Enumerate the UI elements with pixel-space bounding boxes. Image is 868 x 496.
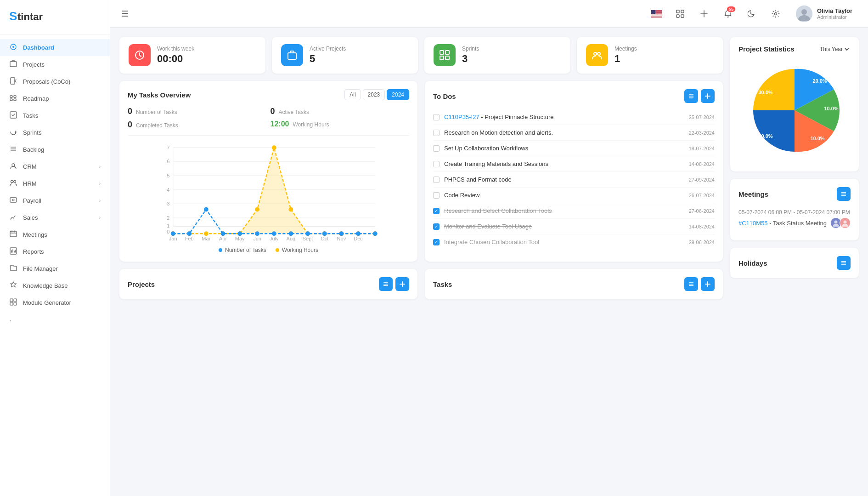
sidebar-item-module-generator[interactable]: Module Generator xyxy=(0,294,110,311)
todo-checkbox-5[interactable] xyxy=(433,177,440,183)
completed-tasks-label: Completed Tasks xyxy=(136,122,178,129)
svg-point-48 xyxy=(801,9,807,15)
todo-checkbox-3[interactable] xyxy=(433,145,440,152)
svg-point-99 xyxy=(373,231,378,236)
todo-text-5: PHPCS and Format code xyxy=(444,176,684,183)
pie-chart-container: 20.0% 10.0% 10.0% 30.0% 30.0% xyxy=(738,57,851,163)
sidebar-item-crm[interactable]: CRM › xyxy=(0,158,110,175)
svg-rect-17 xyxy=(10,198,17,202)
sidebar-item-sales[interactable]: Sales › xyxy=(0,209,110,226)
backlog-icon xyxy=(9,145,17,154)
reports-icon xyxy=(9,247,17,256)
projects-add-btn[interactable] xyxy=(395,277,409,291)
user-role-label: Administrator xyxy=(817,14,852,20)
apps-button[interactable] xyxy=(672,6,688,22)
sidebar-item-dashboard[interactable]: Dashboard xyxy=(0,39,110,56)
sidebar-item-file-manager[interactable]: File Manager xyxy=(0,260,110,277)
sidebar-item-sprints[interactable]: Sprints xyxy=(0,124,110,141)
legend-hours: Working Hours xyxy=(276,247,318,253)
sidebar-item-reports[interactable]: Reports xyxy=(0,243,110,260)
hamburger-button[interactable]: ☰ xyxy=(121,9,129,19)
tab-2023[interactable]: 2023 xyxy=(363,89,385,100)
sidebar-item-payroll[interactable]: Payroll › xyxy=(0,192,110,209)
sidebar-item-projects[interactable]: Projects xyxy=(0,56,110,73)
svg-rect-38 xyxy=(651,16,662,17)
todo-checkbox-8[interactable]: ✓ xyxy=(433,223,440,230)
todo-date-2: 22-03-2024 xyxy=(689,130,715,136)
language-selector[interactable] xyxy=(648,6,665,22)
project-statistics-header: Project Statistics This Year xyxy=(738,45,851,53)
svg-point-15 xyxy=(11,181,13,183)
projects-panel-header: Projects xyxy=(128,277,409,291)
more-indicator: · xyxy=(0,311,110,330)
svg-text:July: July xyxy=(270,236,279,241)
work-this-week-card: Work this week 00:00 xyxy=(119,37,265,74)
tasks-add-btn[interactable] xyxy=(701,277,715,291)
sprints-card: Sprints 3 xyxy=(424,37,570,74)
tasks-list-btn[interactable] xyxy=(684,277,698,291)
todo-code-link-1[interactable]: C110P35-I27 xyxy=(444,114,479,120)
user-menu[interactable]: Olivia Taylor Administrator xyxy=(791,3,857,25)
svg-point-94 xyxy=(289,231,293,236)
sidebar-item-hrm[interactable]: HRM › xyxy=(0,175,110,192)
sidebar-item-knowledge-base[interactable]: Knowledge Base xyxy=(0,277,110,294)
todo-checkbox-1[interactable] xyxy=(433,114,440,120)
sidebar-item-label-proposals: Proposals (CoCo) xyxy=(23,78,101,85)
tab-all[interactable]: All xyxy=(344,89,361,100)
year-select[interactable]: This Year xyxy=(818,46,851,53)
svg-text:tintar: tintar xyxy=(17,11,43,23)
module-generator-icon xyxy=(9,298,17,307)
todo-checkbox-6[interactable] xyxy=(433,192,440,199)
todos-list-button[interactable] xyxy=(684,89,698,103)
sidebar-item-roadmap[interactable]: Roadmap xyxy=(0,90,110,107)
add-button[interactable] xyxy=(696,6,712,22)
svg-rect-9 xyxy=(14,99,16,101)
svg-rect-10 xyxy=(10,112,17,118)
main-area: ☰ xyxy=(110,0,868,496)
crm-icon xyxy=(9,162,17,171)
theme-toggle[interactable] xyxy=(744,6,760,22)
todo-checkbox-9[interactable]: ✓ xyxy=(433,239,440,245)
svg-text:10.0%: 10.0% xyxy=(810,136,824,141)
logo: S tintar xyxy=(0,0,110,34)
notifications-button[interactable]: 55 xyxy=(720,6,736,22)
todo-item-5: PHPCS and Format code 27-09-2024 xyxy=(433,172,715,188)
content-area: Work this week 00:00 Active Projects 5 xyxy=(110,28,868,496)
meeting-item-1: 05-07-2024 06:00 PM - 05-07-2024 07:00 P… xyxy=(738,205,851,232)
plus-icon xyxy=(700,10,708,18)
sidebar-item-tasks[interactable]: Tasks xyxy=(0,107,110,124)
working-hours-value: 12:00 xyxy=(271,120,289,128)
todo-item-3: Set Up Collaboration Workflows 18-07-202… xyxy=(433,141,715,156)
header: ☰ xyxy=(110,0,868,28)
todo-checkbox-7[interactable]: ✓ xyxy=(433,208,440,214)
num-tasks-value: 0 xyxy=(128,107,132,116)
sidebar-item-proposals[interactable]: Proposals (CoCo) xyxy=(0,73,110,90)
svg-point-87 xyxy=(171,231,175,236)
sidebar: S tintar Dashboard Projects Proposals (C… xyxy=(0,0,110,496)
meetings-list-btn[interactable] xyxy=(837,187,851,201)
meeting-code-1[interactable]: #C110M55 xyxy=(738,220,768,227)
num-tasks-label: Number of Tasks xyxy=(136,109,177,115)
projects-icon xyxy=(9,60,17,69)
svg-rect-50 xyxy=(288,53,296,59)
todos-add-button[interactable] xyxy=(701,89,715,103)
sidebar-item-meetings[interactable]: Meetings xyxy=(0,226,110,243)
svg-text:Sept: Sept xyxy=(303,236,313,241)
tab-2024[interactable]: 2024 xyxy=(387,89,409,100)
projects-list-btn[interactable] xyxy=(379,277,393,291)
todo-checkbox-4[interactable] xyxy=(433,161,440,167)
sidebar-item-backlog[interactable]: Backlog xyxy=(0,141,110,158)
hrm-icon xyxy=(9,179,17,188)
svg-point-136 xyxy=(834,221,838,224)
svg-text:6: 6 xyxy=(167,159,169,164)
tasks-overview-title: My Tasks Overview xyxy=(128,91,191,99)
sprints-card-info: Sprints 3 xyxy=(462,46,479,65)
bottom-row: Projects Tasks xyxy=(119,269,723,299)
settings-button[interactable] xyxy=(767,6,784,22)
todo-checkbox-2[interactable] xyxy=(433,130,440,136)
num-tasks-stat: 0 Number of Tasks xyxy=(128,107,267,116)
meeting-row-1: #C110M55 - Task Status Meeting xyxy=(738,217,851,228)
holidays-list-btn[interactable] xyxy=(837,256,851,270)
svg-rect-51 xyxy=(440,51,444,54)
svg-text:S: S xyxy=(9,9,17,23)
